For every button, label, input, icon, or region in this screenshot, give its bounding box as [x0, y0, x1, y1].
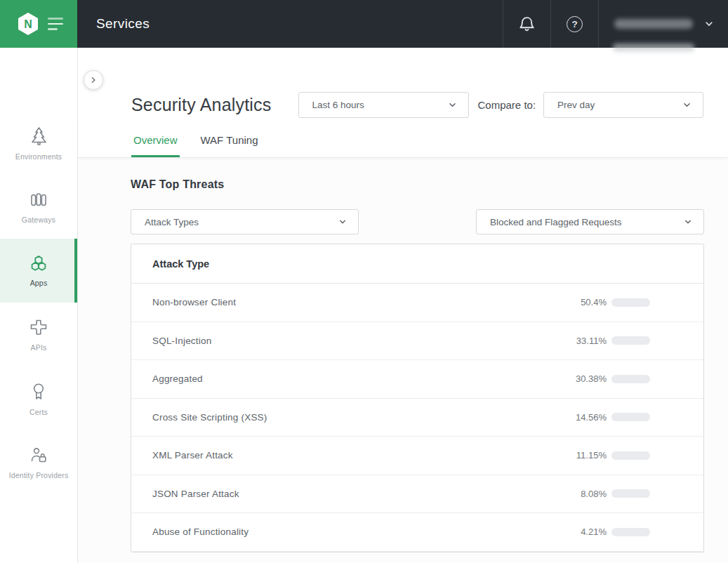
table-row[interactable]: Non-browser Client 50.4%	[131, 284, 703, 322]
user-menu[interactable]	[598, 0, 728, 48]
chevron-down-icon	[682, 216, 694, 227]
sidebar-item-label: Certs	[29, 408, 48, 416]
table-row[interactable]: Cross Site Scripting (XSS) 14.56%	[131, 399, 703, 437]
chevron-down-icon	[337, 216, 348, 227]
identity-lock-icon	[28, 445, 49, 465]
table-row[interactable]: SQL-Injection 33.11%	[131, 322, 703, 361]
threat-bar	[611, 375, 650, 383]
table-row[interactable]: XML Parser Attack 11.15%	[131, 437, 703, 475]
sidebar-item-apps[interactable]: Apps	[0, 239, 77, 303]
request-type-value: Blocked and Flagged Requests	[490, 217, 682, 227]
tree-icon	[29, 126, 49, 147]
bell-icon	[517, 15, 536, 34]
threat-bar	[611, 413, 650, 421]
filters-row: Attack Types Blocked and Flagged Request…	[131, 209, 704, 234]
threat-percent: 30.38%	[570, 373, 607, 384]
certificate-icon	[29, 381, 48, 402]
attack-types-dropdown[interactable]: Attack Types	[131, 209, 359, 234]
apps-icon	[28, 255, 49, 273]
threat-label: JSON Parser Attack	[152, 489, 570, 499]
attack-type-table: Attack Type Non-browser Client 50.4% SQL…	[131, 244, 704, 552]
app-window: N Services ?	[0, 0, 728, 563]
chevron-down-icon	[703, 18, 715, 30]
threat-bar	[611, 451, 650, 460]
chevron-down-icon	[681, 99, 693, 111]
request-type-dropdown[interactable]: Blocked and Flagged Requests	[476, 209, 704, 234]
page-header: Security Analytics Last 6 hours Compare …	[131, 92, 704, 118]
table-header: Attack Type	[131, 244, 703, 284]
threat-label: Non-browser Client	[152, 297, 570, 307]
threat-label: SQL-Injection	[152, 336, 570, 346]
chevron-down-icon	[446, 99, 458, 111]
time-range-value: Last 6 hours	[312, 100, 446, 110]
top-navigation-bar: N Services ?	[0, 0, 728, 48]
user-subtext-redacted	[613, 44, 694, 51]
app-title: Services	[96, 0, 503, 48]
threat-label: Aggregated	[152, 373, 570, 384]
tab-bar: Overview WAF Tuning	[78, 118, 728, 158]
section-title: WAF Top Threats	[131, 178, 704, 191]
threat-bar	[611, 489, 650, 498]
page-title: Security Analytics	[131, 95, 272, 115]
threat-percent: 50.4%	[570, 297, 607, 307]
tab-overview[interactable]: Overview	[131, 134, 180, 157]
help-icon: ?	[567, 16, 583, 32]
threat-label: Cross Site Scripting (XSS)	[152, 412, 570, 423]
threat-bar	[611, 336, 650, 345]
threat-label: Abuse of Functionality	[152, 526, 570, 537]
threat-percent: 8.08%	[570, 489, 607, 499]
threat-label: XML Parser Attack	[152, 450, 570, 461]
threat-percent: 11.15%	[570, 450, 607, 461]
chevron-right-icon	[88, 74, 99, 86]
attack-types-value: Attack Types	[145, 217, 337, 227]
sidebar-item-environments[interactable]: Environments	[0, 111, 77, 175]
nginx-hexagon-icon: N	[14, 10, 42, 38]
threat-percent: 14.56%	[570, 412, 607, 423]
sidebar-item-label: Gateways	[22, 216, 55, 224]
gateways-icon	[28, 190, 49, 210]
sidebar-item-label: Environments	[15, 152, 62, 161]
tab-waf-tuning[interactable]: WAF Tuning	[199, 134, 260, 157]
left-sidebar: Environments Gateways Apps	[0, 48, 78, 563]
threat-percent: 4.21%	[570, 526, 607, 537]
threat-percent: 33.11%	[570, 336, 607, 346]
compare-value: Prev day	[557, 100, 681, 110]
sidebar-item-certs[interactable]: Certs	[0, 366, 77, 430]
time-range-dropdown[interactable]: Last 6 hours	[298, 92, 469, 118]
compare-dropdown[interactable]: Prev day	[543, 92, 703, 118]
sidebar-expand-button[interactable]	[84, 70, 103, 90]
sidebar-item-apis[interactable]: APIs	[0, 303, 77, 366]
table-row[interactable]: JSON Parser Attack 8.08%	[131, 475, 703, 514]
sidebar-item-label: Apps	[30, 279, 48, 287]
sidebar-item-gateways[interactable]: Gateways	[0, 175, 77, 239]
waf-top-threats-section: WAF Top Threats Attack Types Blocked and…	[78, 158, 728, 563]
main-content: Security Analytics Last 6 hours Compare …	[78, 48, 728, 563]
compare-to-label: Compare to:	[478, 99, 536, 111]
svg-text:N: N	[24, 18, 32, 30]
notifications-button[interactable]	[503, 0, 550, 48]
nginx-lines-icon	[48, 18, 63, 30]
nginx-logo[interactable]: N	[0, 0, 77, 48]
apis-icon	[29, 318, 48, 338]
sidebar-item-label: APIs	[31, 343, 47, 352]
sidebar-item-label: Identity Providers	[9, 471, 69, 479]
sidebar-item-identity-providers[interactable]: Identity Providers	[0, 430, 77, 494]
threat-bar	[611, 298, 650, 307]
table-row[interactable]: Abuse of Functionality 4.21%	[131, 513, 703, 552]
help-button[interactable]: ?	[550, 0, 598, 48]
user-name-redacted	[614, 19, 693, 29]
table-row[interactable]: Aggregated 30.38%	[131, 360, 703, 399]
threat-bar	[611, 528, 650, 536]
